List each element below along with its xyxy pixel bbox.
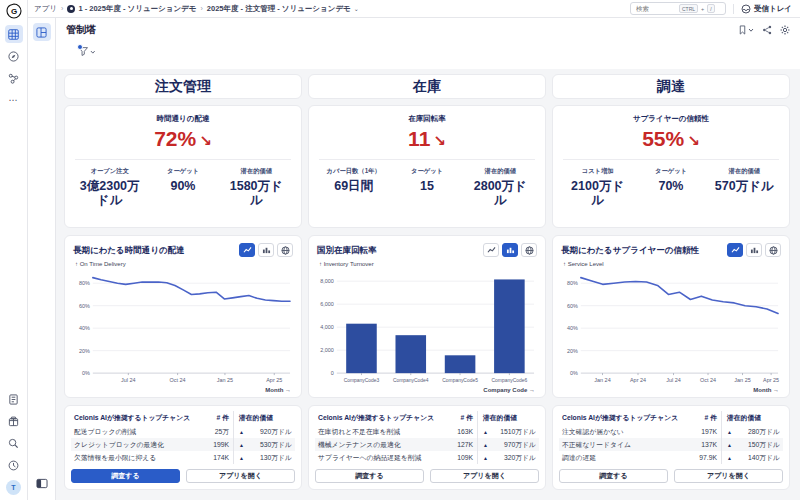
search-input[interactable] bbox=[636, 5, 676, 12]
svg-text:0%: 0% bbox=[570, 370, 578, 376]
app-rail: G ⋯ T bbox=[0, 0, 28, 500]
bar-chart-toggle[interactable] bbox=[746, 243, 762, 257]
globe-icon bbox=[525, 246, 534, 255]
chart-x-axis-label: Month → bbox=[73, 387, 293, 393]
table-header-row: Celonis AIが推奨するトップチャンス # 件 潜在的価値 bbox=[559, 411, 783, 425]
open-app-button[interactable]: アプリを開く bbox=[674, 469, 783, 483]
investigate-button[interactable]: 調査する bbox=[559, 469, 668, 483]
kpi-value: 55%↘ bbox=[561, 127, 781, 151]
table-row[interactable]: 在庫切れと不足在庫を削減 163K ▲1510万ドル bbox=[315, 425, 539, 438]
column-title-card: 調達 bbox=[552, 74, 790, 99]
line-chart-toggle[interactable] bbox=[239, 243, 255, 257]
shortcut-ctrl-key: CTRL bbox=[679, 4, 698, 13]
sidebar-item-marketplace[interactable] bbox=[5, 412, 23, 430]
table-row[interactable]: 不正確なリードタイム 137K ▲150万ドル bbox=[559, 438, 783, 451]
view-rail bbox=[28, 18, 56, 500]
process-flow-icon bbox=[8, 73, 19, 84]
map-chart-toggle[interactable] bbox=[521, 243, 537, 257]
bar-chart-icon bbox=[262, 246, 271, 254]
sidebar-item-more[interactable]: ⋯ bbox=[5, 91, 23, 109]
table-row[interactable]: 欠落情報を最小限に抑える 174K ▲130万ドル bbox=[71, 451, 295, 464]
table-row[interactable]: 配送ブロックの削減 25万 ▲920万ドル bbox=[71, 425, 295, 438]
bar-chart-toggle[interactable] bbox=[502, 243, 518, 257]
table-row[interactable]: サプライヤーへの納品遅延を削減 109K ▲320万ドル bbox=[315, 451, 539, 464]
sub-kpi-label: ターゲット bbox=[638, 167, 703, 176]
user-avatar[interactable]: T bbox=[6, 480, 21, 495]
sub-kpi-value: 3億2300万ドル bbox=[77, 179, 142, 207]
opportunity-count: 199K bbox=[201, 441, 233, 448]
svg-text:Jan 24: Jan 24 bbox=[594, 377, 610, 383]
chart-title: 長期にわたるサプライヤーの信頼性 bbox=[561, 243, 699, 257]
table-row[interactable]: クレジットブロックの最適化 199K ▲530万ドル bbox=[71, 438, 295, 451]
share-button[interactable] bbox=[762, 25, 772, 35]
sub-kpi-value: 90% bbox=[150, 179, 215, 193]
opportunity-count: 25万 bbox=[201, 427, 233, 437]
globe-icon bbox=[281, 246, 290, 255]
map-chart-toggle[interactable] bbox=[765, 243, 781, 257]
trend-down-icon: ↘ bbox=[199, 132, 212, 149]
kpi-card: 在庫回転率 11↘ カバー日数（1年）69日間 ターゲット15 潜在的価値280… bbox=[308, 105, 546, 228]
svg-text:CompanyCode6: CompanyCode6 bbox=[492, 378, 528, 383]
svg-text:40%: 40% bbox=[79, 325, 90, 331]
svg-text:Jan 25: Jan 25 bbox=[734, 377, 750, 383]
map-chart-toggle[interactable] bbox=[277, 243, 293, 257]
breadcrumb-space[interactable]: 1 - 2025年度 - ソリューションデモ bbox=[67, 4, 196, 14]
breadcrumb-apps[interactable]: アプリ bbox=[34, 4, 57, 14]
chart-y-axis-label: ↑ Service Level bbox=[563, 261, 781, 267]
table-row[interactable]: 機械メンテナンスの最適化 127K ▲970万ドル bbox=[315, 438, 539, 451]
settings-button[interactable] bbox=[780, 25, 790, 35]
open-app-button[interactable]: アプリを開く bbox=[430, 469, 539, 483]
table-header-row: Celonis AIが推奨するトップチャンス # 件 潜在的価値 bbox=[315, 411, 539, 425]
top-bar: アプリ › 1 - 2025年度 - ソリューションデモ › 2025年度 - … bbox=[28, 0, 800, 18]
chart-x-axis-label: Month → bbox=[561, 387, 781, 393]
opportunity-count: 137K bbox=[689, 441, 721, 448]
sub-kpi: カバー日数（1年）69日間 bbox=[317, 167, 390, 207]
triangle-up-icon: ▲ bbox=[483, 442, 488, 448]
opportunity-value: 150万ドル bbox=[748, 440, 780, 450]
sub-kpi: 潜在的価値1580万ドル bbox=[220, 167, 293, 207]
collapse-panel-button[interactable] bbox=[33, 474, 51, 492]
line-chart-toggle[interactable] bbox=[727, 243, 743, 257]
kpi-value: 72%↘ bbox=[73, 127, 293, 151]
investigate-button[interactable]: 調査する bbox=[71, 469, 180, 483]
table-row[interactable]: 調達の遅延 97.9K ▲140万ドル bbox=[559, 451, 783, 464]
sidebar-item-history[interactable] bbox=[5, 456, 23, 474]
svg-text:Apr 25: Apr 25 bbox=[763, 377, 779, 383]
sidebar-item-search[interactable] bbox=[5, 434, 23, 452]
sidebar-item-explore[interactable] bbox=[5, 47, 23, 65]
celonis-logo-icon[interactable]: G bbox=[6, 3, 22, 19]
triangle-up-icon: ▲ bbox=[727, 455, 732, 461]
sub-kpi-value: 2100万ドル bbox=[565, 179, 630, 207]
count-column-header: # 件 bbox=[201, 413, 233, 423]
bar-chart-toggle[interactable] bbox=[258, 243, 274, 257]
svg-text:40%: 40% bbox=[567, 325, 578, 331]
line-chart-toggle[interactable] bbox=[483, 243, 499, 257]
sidebar-item-apps[interactable] bbox=[5, 25, 23, 43]
bookmark-views-button[interactable] bbox=[738, 25, 754, 35]
globe-icon bbox=[769, 246, 778, 255]
sub-kpi-value: 1580万ドル bbox=[224, 179, 289, 207]
open-app-button[interactable]: アプリを開く bbox=[186, 469, 295, 483]
svg-text:20%: 20% bbox=[79, 348, 90, 354]
triangle-up-icon: ▲ bbox=[483, 455, 488, 461]
kpi-divider bbox=[563, 159, 779, 160]
inbox-icon bbox=[741, 4, 751, 14]
breadcrumb-page-label: 2025年度 - 注文管理 - ソリューションデモ bbox=[207, 4, 351, 14]
sidebar-item-process[interactable] bbox=[5, 69, 23, 87]
sub-kpi: 潜在的価値2800万ドル bbox=[464, 167, 537, 207]
inbox-button[interactable]: 受信トレイ bbox=[741, 4, 792, 14]
investigate-button[interactable]: 調査する bbox=[315, 469, 424, 483]
triangle-up-icon: ▲ bbox=[239, 455, 244, 461]
sidebar-item-docs[interactable] bbox=[5, 390, 23, 408]
svg-text:0%: 0% bbox=[82, 370, 90, 376]
view-item-dashboard[interactable] bbox=[33, 23, 51, 41]
table-row[interactable]: 注文確認が届かない 197K ▲280万ドル bbox=[559, 425, 783, 438]
triangle-up-icon: ▲ bbox=[239, 442, 244, 448]
global-search[interactable]: CTRL + / bbox=[630, 2, 726, 15]
filters-button[interactable] bbox=[78, 46, 96, 58]
kpi-label: 時間通りの配達 bbox=[73, 114, 293, 124]
breadcrumb-page[interactable]: 2025年度 - 注文管理 - ソリューションデモ⌄ bbox=[207, 4, 359, 14]
kpi-card: 時間通りの配達 72%↘ オープン注文3億2300万ドル ターゲット90% 潜在… bbox=[64, 105, 302, 228]
column-title: 調達 bbox=[657, 78, 685, 96]
collapse-panel-icon bbox=[36, 478, 48, 489]
